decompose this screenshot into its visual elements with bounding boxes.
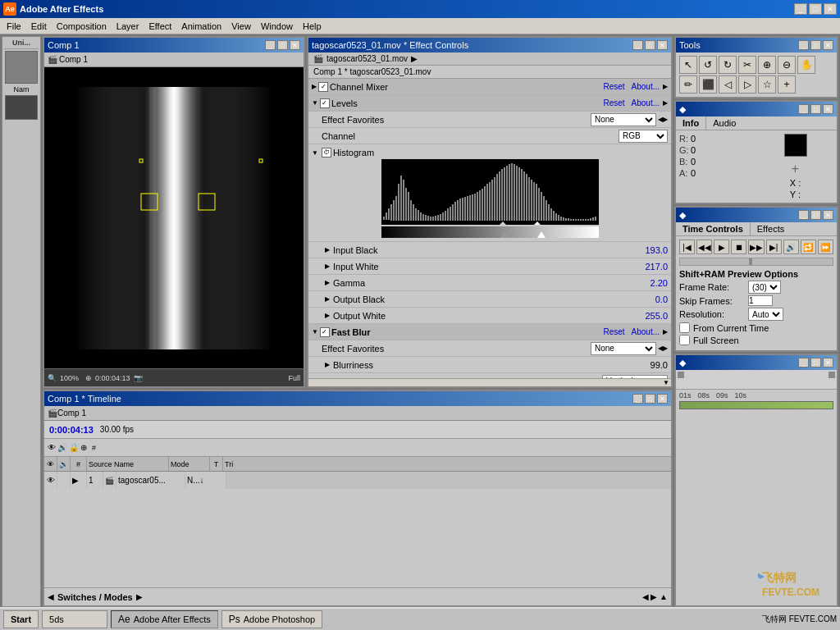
fast-blur-about[interactable]: About... (632, 327, 660, 336)
menu-window[interactable]: Window (256, 20, 298, 33)
gamma-expand[interactable]: ▶ (325, 279, 330, 286)
tl-expand[interactable]: # (92, 444, 96, 452)
histogram-right-handle[interactable] (537, 231, 546, 238)
layer-expand-btn[interactable]: ▶ (71, 472, 87, 489)
timeline-time[interactable]: 0:00:04:13 (49, 425, 94, 435)
channel-mixer-expand[interactable]: ▶ (312, 83, 317, 90)
output-black-value[interactable]: 0.0 (655, 294, 668, 304)
input-black-value[interactable]: 193.0 (645, 245, 668, 255)
channel-mixer-about[interactable]: About... (632, 82, 660, 91)
channel-mixer-menu[interactable]: ▶ (663, 83, 668, 90)
tools-min[interactable]: _ (798, 40, 809, 50)
tc-speed-slider[interactable] (679, 258, 833, 266)
ec-maximize[interactable]: □ (645, 40, 655, 50)
tc-min[interactable]: _ (798, 210, 809, 220)
tc-audio[interactable]: 🔊 (783, 240, 799, 254)
levels-channel-dropdown[interactable]: RGB (619, 130, 668, 143)
tool-rotate-ccw[interactable]: ↺ (699, 56, 717, 74)
output-white-value[interactable]: 255.0 (645, 311, 668, 321)
preview-zoom[interactable]: 100% (60, 374, 79, 382)
channel-mixer-reset[interactable]: Reset (603, 82, 624, 91)
tc-loop[interactable]: 🔁 (801, 240, 816, 254)
menu-help[interactable]: Help (298, 20, 326, 33)
channel-mixer-enable[interactable]: ✓ (318, 82, 328, 92)
tool-rotate-cw[interactable]: ↻ (719, 56, 737, 74)
levels-reset[interactable]: Reset (603, 98, 624, 107)
preview-minimize[interactable]: _ (265, 40, 276, 50)
histogram-left-handle[interactable] (500, 231, 509, 238)
menu-view[interactable]: View (226, 20, 256, 33)
start-button[interactable]: Start (3, 610, 39, 628)
tl-icon1[interactable]: 👁 (48, 443, 56, 452)
layer-solo[interactable] (57, 472, 71, 489)
tc-next-frame[interactable]: ▶▶ (748, 240, 764, 254)
menu-file[interactable]: File (2, 20, 26, 33)
timeline-layer-row[interactable]: 👁 ▶ 1 🎬 tagoscar05... N...↓ (44, 472, 671, 490)
tc-prev-frame[interactable]: ◀◀ (696, 240, 712, 254)
tool-next[interactable]: ▷ (738, 75, 756, 94)
fast-blur-expand[interactable]: ▼ (312, 328, 318, 336)
title-bar-buttons[interactable]: _ □ ✕ (794, 3, 837, 15)
info-max[interactable]: □ (810, 104, 821, 114)
levels-row[interactable]: ▼ ✓ Levels Reset About... ▶ (308, 95, 671, 112)
menu-effect[interactable]: Effect (144, 20, 176, 33)
ec-scrollbar[interactable]: ▼ (308, 378, 671, 386)
input-white-value[interactable]: 217.0 (645, 262, 668, 272)
tools-max[interactable]: □ (810, 40, 821, 50)
output-black-expand[interactable]: ▶ (325, 295, 330, 303)
layer-timeline-area[interactable] (226, 472, 671, 489)
fast-blur-menu[interactable]: ▶ (663, 328, 668, 336)
info-close[interactable]: ✕ (823, 104, 833, 114)
histogram-gradient-bar[interactable] (381, 226, 599, 238)
menu-animation[interactable]: Animation (176, 20, 226, 33)
close-button[interactable]: ✕ (824, 3, 837, 15)
preview-close[interactable]: ✕ (290, 40, 300, 50)
ram-close[interactable]: ✕ (823, 358, 833, 368)
tl-icon3[interactable]: 🔒 (69, 443, 79, 452)
histogram-expand[interactable]: ▼ (312, 149, 318, 157)
timeline-close[interactable]: ✕ (657, 394, 668, 404)
info-min[interactable]: _ (798, 104, 809, 114)
tc-first-frame[interactable]: |◀ (679, 240, 695, 254)
channel-mixer-row[interactable]: ▶ ✓ Channel Mixer Reset About... ▶ (308, 79, 671, 95)
levels-fav-arrow[interactable]: ◀▶ (658, 116, 668, 123)
blurriness-expand[interactable]: ▶ (325, 361, 330, 368)
gamma-value[interactable]: 2.20 (651, 278, 668, 288)
tool-pen[interactable]: ✏ (679, 75, 697, 94)
tl-nav-icons[interactable]: ◀ ▶ ▲ (642, 592, 668, 601)
maximize-button[interactable]: □ (809, 3, 822, 15)
menu-edit[interactable]: Edit (26, 20, 52, 33)
from-current-checkbox[interactable] (679, 322, 690, 333)
tl-next[interactable]: ▶ (136, 592, 143, 601)
tc-close[interactable]: ✕ (823, 210, 833, 220)
timeline-tab-label[interactable]: Comp 1 (57, 409, 86, 418)
tool-zoom-out[interactable]: ⊖ (778, 56, 796, 74)
levels-enable[interactable]: ✓ (320, 98, 330, 108)
preview-quality[interactable]: Full (288, 374, 300, 382)
levels-favorites-dropdown[interactable]: None (591, 113, 656, 126)
fb-fav-arrow[interactable]: ◀▶ (658, 345, 668, 352)
minimize-button[interactable]: _ (794, 3, 807, 15)
tool-star[interactable]: ☆ (758, 75, 776, 94)
taskbar-5ds[interactable]: 5ds (42, 610, 107, 628)
tool-prev[interactable]: ◁ (719, 75, 737, 94)
tc-tab-effects[interactable]: Effects (751, 222, 791, 235)
taskbar-ps[interactable]: Ps Adobe Photoshop (221, 610, 322, 628)
tc-tab-time[interactable]: Time Controls (676, 222, 751, 235)
tool-add[interactable]: + (778, 75, 796, 94)
timeline-minimize[interactable]: _ (632, 394, 643, 404)
full-screen-checkbox[interactable] (679, 335, 690, 345)
ec-minimize[interactable]: _ (632, 40, 643, 50)
fast-blur-reset[interactable]: Reset (603, 327, 624, 336)
tool-cut[interactable]: ✂ (738, 56, 756, 74)
ec-close[interactable]: ✕ (657, 40, 668, 50)
tc-play[interactable]: ▶ (714, 240, 729, 254)
info-tab-info[interactable]: Info (676, 116, 706, 130)
input-white-expand[interactable]: ▶ (325, 262, 330, 270)
frame-rate-dropdown[interactable]: (30) (748, 281, 781, 294)
info-tab-audio[interactable]: Audio (706, 116, 742, 130)
menu-layer[interactable]: Layer (112, 20, 144, 33)
blurriness-value[interactable]: 99.0 (651, 360, 668, 370)
preview-maximize[interactable]: □ (277, 40, 288, 50)
levels-about[interactable]: About... (632, 98, 660, 107)
